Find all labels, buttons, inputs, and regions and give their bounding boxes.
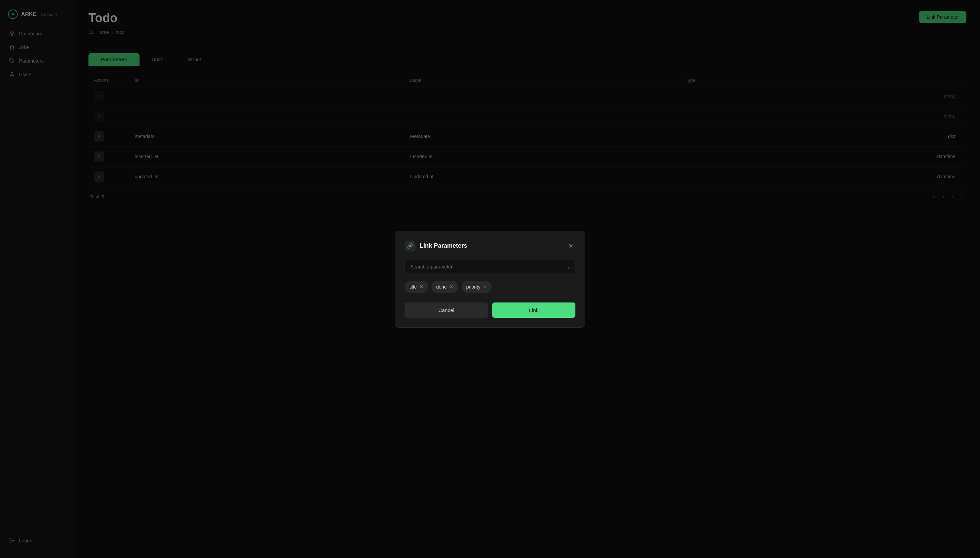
modal-close-button[interactable]: ✕ xyxy=(566,241,575,251)
tag-done-label: done xyxy=(436,284,447,290)
tag-priority-remove-button[interactable]: ✕ xyxy=(483,284,487,289)
search-container: ⌄ xyxy=(405,259,575,274)
tag-title: title ✕ xyxy=(405,281,428,293)
modal-title-group: Link Parameters xyxy=(405,241,467,251)
tag-priority-label: priority xyxy=(466,284,481,290)
tag-done-remove-button[interactable]: ✕ xyxy=(450,284,453,289)
link-icon xyxy=(407,243,413,249)
cancel-button[interactable]: Cancel xyxy=(405,302,488,318)
modal-header: Link Parameters ✕ xyxy=(405,241,575,251)
modal-actions: Cancel Link xyxy=(405,302,575,318)
main-content: Todo › arke › todo Link Parameter Parame… xyxy=(75,0,980,558)
link-parameters-modal: Link Parameters ✕ ⌄ title ✕ done ✕ xyxy=(395,231,585,328)
link-icon-container xyxy=(405,241,415,251)
modal-overlay: Link Parameters ✕ ⌄ title ✕ done ✕ xyxy=(75,0,980,558)
tags-container: title ✕ done ✕ priority ✕ xyxy=(405,281,575,293)
tag-title-label: title xyxy=(409,284,417,290)
tag-priority: priority ✕ xyxy=(461,281,492,293)
tag-title-remove-button[interactable]: ✕ xyxy=(420,284,423,289)
modal-title: Link Parameters xyxy=(420,242,467,249)
search-input[interactable] xyxy=(405,259,575,274)
tag-done: done ✕ xyxy=(432,281,458,293)
link-button[interactable]: Link xyxy=(492,302,575,318)
